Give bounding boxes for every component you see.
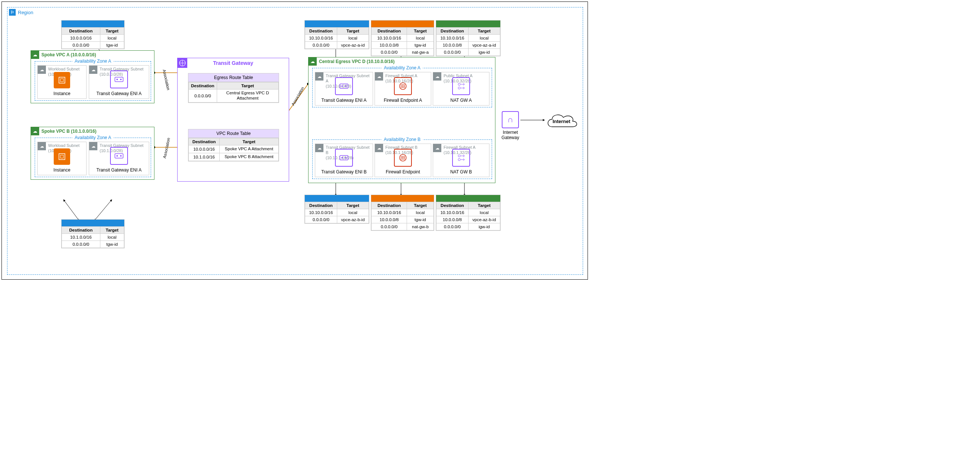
- public-subnet-a: ☁ Public Subnet A(10.10.0.32/28) NAT GW …: [433, 72, 490, 106]
- egress-route-table: Egress Route Table DestinationTarget 0.0…: [188, 73, 279, 103]
- svg-point-38: [458, 87, 460, 89]
- architecture-diagram: ⚐ Region: [2, 2, 588, 280]
- tgw-title: Transit Gateway: [178, 60, 289, 66]
- availability-zone-a: Availability Zone A ☁ Workload Subnet(10…: [35, 61, 151, 101]
- tgw-eni-caption: Transit Gateway ENI A: [89, 167, 149, 173]
- svg-point-41: [345, 157, 347, 159]
- instance-caption: Instance: [38, 167, 86, 173]
- tgw-eni-icon: [110, 70, 128, 88]
- availability-zone-a: Availability Zone A ☁ Workload Subnet(10…: [35, 138, 151, 177]
- igw-icon: ∩: [502, 111, 519, 128]
- instance-caption: Instance: [38, 91, 86, 96]
- region-box: ⚐ Region: [7, 7, 583, 275]
- vpc-icon: ☁: [31, 127, 39, 135]
- svg-point-37: [458, 83, 460, 86]
- central-egress-vpc-d: ☁ Central Egress VPC D (10.10.0.0/16) Av…: [308, 57, 495, 183]
- vpc-icon: ☁: [309, 57, 317, 66]
- association-label: Association: [162, 137, 170, 159]
- tgw-eni-icon: [335, 77, 353, 95]
- firewall-subnet-a: ☁ Firewall Subnet A(10.10.0.16/28) Firew…: [375, 72, 431, 106]
- svg-point-47: [458, 159, 460, 161]
- vpc-title: Central Egress VPC D (10.10.0.0/16): [319, 59, 395, 64]
- association-label: Association: [291, 86, 305, 106]
- route-table-d-pub-b: DestinationTarget 10.10.0.0/16local 10.0…: [436, 195, 501, 231]
- internet-cloud: Internet: [543, 110, 580, 132]
- svg-rect-30: [340, 84, 348, 88]
- tgw-eni-caption: Transit Gateway ENI A: [89, 91, 149, 96]
- svg-line-9: [95, 200, 112, 220]
- availability-zone-b: Availability Zone B ☁ Transit Gateway Su…: [312, 140, 492, 179]
- az-title: Availability Zone B: [382, 137, 423, 142]
- workload-subnet: ☁ Workload Subnet(10.0.1.0/24) Instance: [37, 65, 86, 99]
- workload-subnet: ☁ Workload Subnet(10.1.1.0/24) Instance: [37, 142, 86, 175]
- firewall-endpoint-icon: [394, 77, 412, 95]
- spoke-vpc-b: ☁ Spoke VPC B (10.1.0.0/16) Availability…: [30, 127, 154, 180]
- firewall-subnet-b: ☁ Firewall Subnet B(10.10.1.16/28) Firew…: [375, 144, 431, 177]
- availability-zone-a: Availability Zone A ☁ Transit Gateway Su…: [312, 68, 492, 107]
- vpc-icon: ☁: [31, 51, 39, 59]
- region-text: Region: [18, 10, 33, 15]
- svg-rect-19: [115, 77, 123, 82]
- svg-rect-22: [59, 154, 65, 160]
- svg-point-46: [458, 155, 460, 157]
- tgw-eni-icon: [110, 147, 128, 165]
- svg-point-25: [116, 155, 118, 157]
- region-icon: ⚐: [9, 9, 16, 16]
- internet-gateway: ∩ Internet Gateway: [499, 111, 522, 141]
- svg-point-32: [345, 86, 347, 87]
- region-label: ⚐ Region: [9, 9, 33, 16]
- nat-gateway-icon: [452, 149, 470, 167]
- svg-rect-17: [59, 77, 65, 83]
- vpc-title: Spoke VPC A (10.0.0.0/16): [41, 52, 96, 57]
- vpc-title: Spoke VPC B (10.1.0.0/16): [41, 129, 96, 134]
- svg-point-40: [341, 157, 343, 159]
- transit-gateway: Transit Gateway Egress Route Table Desti…: [177, 58, 289, 182]
- tgw-subnet-b: ☁ Transit Gateway Subnet B(10.10.1.16/28…: [315, 144, 373, 177]
- svg-point-21: [120, 79, 122, 80]
- svg-rect-24: [115, 154, 123, 158]
- ec2-instance-icon: [54, 148, 70, 165]
- tgw-subnet: ☁ Transit Gateway Subnet(10.1.0.0/28) Tr…: [89, 142, 149, 175]
- ec2-instance-icon: [54, 72, 70, 88]
- route-table-spoke-b: DestinationTarget 10.1.0.0/16local 0.0.0…: [61, 219, 125, 248]
- az-title: Availability Zone A: [382, 65, 423, 70]
- spoke-vpc-a: ☁ Spoke VPC A (10.0.0.0/16) Availability…: [30, 50, 154, 103]
- association-label: Association: [162, 69, 170, 90]
- svg-line-8: [64, 200, 78, 220]
- svg-point-31: [341, 86, 343, 87]
- tgw-eni-icon: [335, 149, 353, 167]
- vpc-route-table: VPC Route Table DestinationTarget 10.0.0…: [188, 129, 279, 162]
- svg-point-26: [120, 155, 122, 157]
- route-table-spoke-a: DestinationTarget 10.0.0.0/16local 0.0.0…: [61, 20, 125, 49]
- route-table-d-fw-a: DestinationTarget 10.10.0.0/16local 10.0…: [371, 20, 434, 56]
- svg-rect-39: [340, 156, 348, 160]
- nat-gateway-icon: [452, 77, 470, 95]
- route-table-d-tgw-b: DestinationTarget 10.10.0.0/16local 0.0.…: [304, 195, 369, 224]
- route-table-d-fw-b: DestinationTarget 10.10.0.0/16local 10.0…: [371, 195, 434, 231]
- svg-point-20: [116, 79, 118, 80]
- az-title: Availability Zone A: [72, 59, 113, 64]
- svg-rect-23: [60, 155, 64, 158]
- route-table-d-tgw-a: DestinationTarget 10.10.0.0/16local 0.0.…: [304, 20, 369, 49]
- tgw-subnet: ☁ Transit Gateway Subnet(10.0.0.0/28) Tr…: [89, 65, 149, 99]
- public-subnet-b: ☁ Firewall Subnet A(10.10.1.32/28) NAT G…: [433, 144, 490, 177]
- firewall-endpoint-icon: [394, 149, 412, 167]
- tgw-subnet-a: ☁ Transit Gateway Subnet A(10.10.0.0/28)…: [315, 72, 373, 106]
- az-title: Availability Zone A: [72, 135, 113, 140]
- route-table-d-pub-a: DestinationTarget 10.10.0.0/16local 10.0…: [436, 20, 501, 56]
- svg-rect-18: [60, 79, 64, 82]
